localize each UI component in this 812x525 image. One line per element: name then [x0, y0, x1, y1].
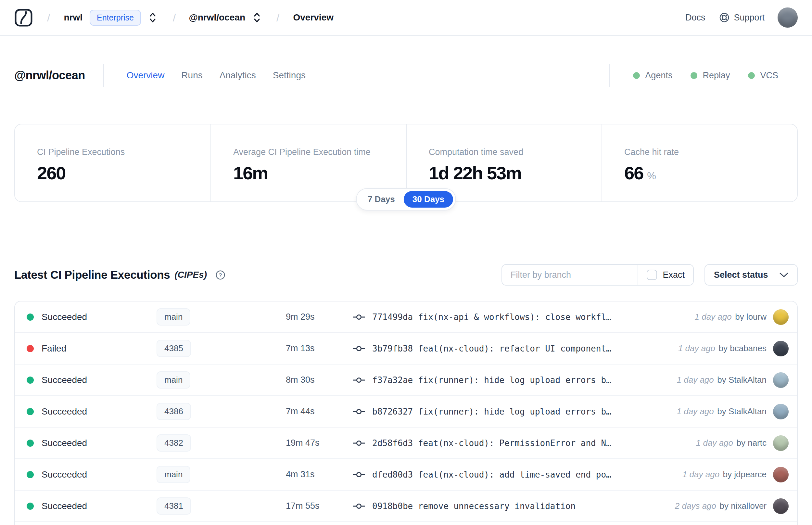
author: by StalkAltan: [717, 406, 767, 416]
support-link[interactable]: Support: [719, 12, 765, 23]
tab-settings[interactable]: Settings: [273, 70, 306, 80]
stat-label: Computation time saved: [429, 147, 601, 157]
branch-badge[interactable]: main: [156, 308, 190, 326]
feature-indicators: Agents Replay VCS: [609, 64, 798, 87]
user-avatar[interactable]: [778, 7, 798, 28]
tab-overview[interactable]: Overview: [127, 70, 165, 80]
duration: 19m 47s: [286, 438, 353, 448]
table-row[interactable]: Succeeded 4382 19m 47s 2d58f6d3 feat(nx-…: [15, 427, 797, 459]
green-dot-icon: [633, 72, 640, 79]
branch-badge[interactable]: main: [156, 371, 190, 389]
meta-cell: 1 day ago by jdpearce: [683, 467, 788, 482]
commit-icon: [353, 502, 365, 510]
avatar[interactable]: [773, 467, 788, 482]
meta-cell: 1 day ago by StalkAltan: [677, 372, 788, 388]
org-switcher-chevrons-icon[interactable]: [149, 11, 156, 24]
cipe-section-header: Latest CI Pipeline Executions (CIPEs) ? …: [14, 264, 798, 286]
table-row[interactable]: Succeeded 4386 7m 44s b8726327 fix(runne…: [15, 396, 797, 427]
commit-message[interactable]: b8726327 fix(runner): hide log upload er…: [372, 407, 611, 417]
indicator-label: VCS: [760, 71, 778, 80]
indicator-vcs[interactable]: VCS: [748, 71, 778, 80]
duration: 4m 31s: [286, 469, 353, 480]
commit-icon: [353, 344, 365, 353]
branch-badge[interactable]: 4385: [156, 340, 191, 357]
branch-cell: 4386: [156, 403, 286, 420]
breadcrumb-separator: /: [47, 11, 50, 24]
docs-link[interactable]: Docs: [685, 13, 705, 23]
indicator-replay[interactable]: Replay: [691, 71, 730, 80]
breadcrumb-page[interactable]: Overview: [293, 12, 334, 23]
avatar[interactable]: [773, 498, 788, 514]
branch-cell: 4385: [156, 340, 286, 357]
branch-filter-input[interactable]: [502, 265, 638, 285]
table-row[interactable]: Succeeded main 8m 30s f37a32ae fix(runne…: [15, 364, 797, 396]
exact-label: Exact: [663, 270, 685, 280]
meta-cell: 1 day ago by StalkAltan: [677, 404, 788, 419]
commit-message[interactable]: 771499da fix(nx-api & workflows): close …: [372, 312, 611, 322]
tab-analytics[interactable]: Analytics: [219, 70, 256, 80]
support-label: Support: [734, 13, 765, 23]
divider: [609, 64, 610, 87]
status-dot-icon: [27, 345, 34, 352]
status-dot-icon: [27, 471, 34, 478]
table-row[interactable]: Succeeded 4381 17m 55s 0918b0be remove u…: [15, 491, 797, 522]
table-row[interactable]: Succeeded main 4m 31s dfed80d3 feat(nx-c…: [15, 459, 797, 491]
commit-message[interactable]: 2d58f6d3 feat(nx-cloud): PermissionError…: [372, 438, 611, 448]
commit-cell: 771499da fix(nx-api & workflows): close …: [353, 312, 685, 322]
status-select-dropdown[interactable]: Select status: [704, 264, 798, 286]
green-dot-icon: [691, 72, 698, 79]
commit-message[interactable]: 3b79fb38 feat(nx-cloud): refactor UI com…: [372, 344, 611, 354]
exact-checkbox[interactable]: [647, 270, 657, 280]
workspace-switcher-chevrons-icon[interactable]: [253, 11, 261, 24]
avatar[interactable]: [773, 372, 788, 388]
commit-message[interactable]: f37a32ae fix(runner): hide log upload er…: [372, 375, 611, 385]
avatar[interactable]: [773, 404, 788, 419]
duration: 7m 44s: [286, 406, 353, 417]
range-option-7-days[interactable]: 7 Days: [359, 191, 404, 208]
table-row[interactable]: Failed 4385 7m 13s 3b79fb38 feat(nx-clou…: [15, 333, 797, 364]
table-row[interactable]: Succeeded main 9m 29s 771499da fix(nx-ap…: [15, 301, 797, 333]
branch-badge[interactable]: main: [156, 466, 190, 483]
workspace-tabs: Overview Runs Analytics Settings: [127, 70, 306, 80]
breadcrumb-org[interactable]: nrwl: [64, 12, 82, 23]
time-ago: 1 day ago: [696, 438, 733, 448]
status-dot-icon: [27, 502, 34, 510]
avatar[interactable]: [773, 341, 788, 356]
commit-message[interactable]: dfed80d3 feat(nx-cloud): add time-saved …: [372, 470, 611, 480]
commit-cell: f37a32ae fix(runner): hide log upload er…: [353, 375, 667, 385]
tab-runs[interactable]: Runs: [181, 70, 202, 80]
avatar[interactable]: [773, 309, 788, 325]
branch-badge[interactable]: 4382: [156, 434, 191, 452]
commit-message[interactable]: 0918b0be remove unnecessary invalidation: [372, 501, 576, 511]
breadcrumb-workspace[interactable]: @nrwl/ocean: [189, 12, 245, 23]
status-cell: Succeeded: [27, 438, 156, 448]
workspace-header: @nrwl/ocean Overview Runs Analytics Sett…: [0, 64, 812, 87]
help-icon[interactable]: ?: [215, 270, 226, 280]
breadcrumb: / nrwl Enterprise / @nrwl/ocean / Overvi…: [14, 9, 334, 27]
avatar[interactable]: [773, 435, 788, 451]
status-label: Succeeded: [42, 469, 87, 480]
status-cell: Succeeded: [27, 406, 156, 417]
branch-cell: 4381: [156, 497, 286, 515]
indicator-agents[interactable]: Agents: [633, 71, 672, 80]
author: by nixallover: [719, 501, 767, 511]
time-ago: 1 day ago: [678, 343, 715, 353]
page-title: @nrwl/ocean: [14, 69, 85, 82]
range-option-30-days[interactable]: 30 Days: [404, 191, 453, 208]
status-label: Succeeded: [42, 375, 87, 385]
status-cell: Succeeded: [27, 312, 156, 322]
commit-icon: [353, 407, 365, 416]
stat-value: 260: [37, 163, 65, 183]
cipe-table: Succeeded main 9m 29s 771499da fix(nx-ap…: [14, 301, 798, 525]
author: by bcabanes: [719, 343, 767, 353]
nx-cloud-logo-icon[interactable]: [14, 9, 33, 27]
status-select-label: Select status: [714, 270, 768, 280]
branch-badge[interactable]: 4381: [156, 497, 191, 515]
svg-text:?: ?: [219, 272, 222, 278]
duration: 7m 13s: [286, 343, 353, 354]
author: by StalkAltan: [717, 375, 767, 385]
nav-actions: Docs Support: [685, 7, 798, 28]
status-label: Succeeded: [42, 312, 87, 322]
indicator-label: Agents: [645, 71, 672, 80]
branch-badge[interactable]: 4386: [156, 403, 191, 420]
